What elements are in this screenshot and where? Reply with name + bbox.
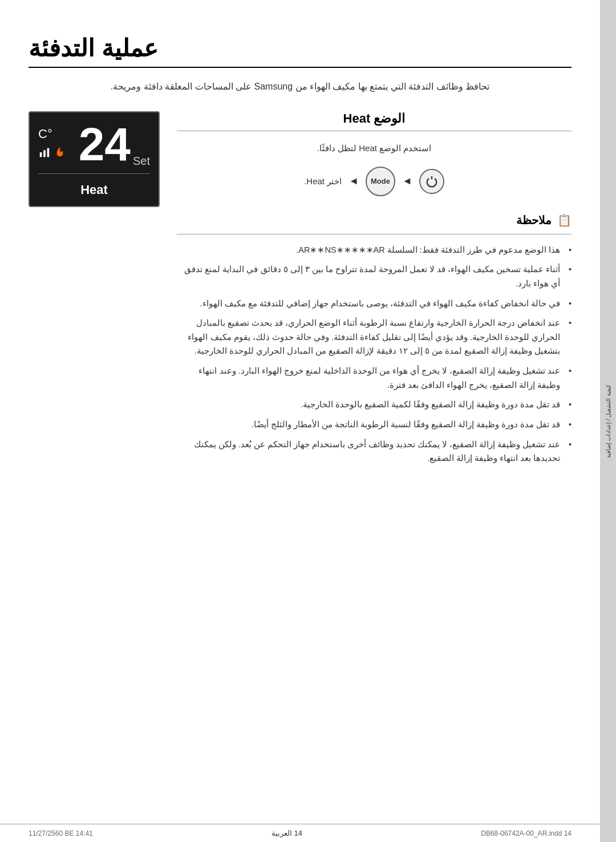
main-content: عملية التدفئة تحافظ وظائف التدفئة التي ي… — [0, 0, 600, 511]
sidebar-label: كيفية التشغيل / إعدادات إضافية — [605, 384, 611, 458]
page-subtitle: تحافظ وظائف التدفئة التي يتمتع بها مكيف … — [29, 79, 572, 94]
footer-file-info: DB68-06742A-00_AR.indd 14 — [481, 829, 572, 837]
svg-rect-0 — [40, 152, 42, 157]
heat-section-divider — [177, 131, 572, 131]
heat-instruction: استخدم الوضع Heat لتظل دافئًا. — [177, 141, 572, 155]
footer: DB68-06742A-00_AR.indd 14 14 العربية 11/… — [0, 824, 600, 842]
celsius-symbol: °C — [38, 127, 52, 141]
note-item-5: عند تشغيل وظيفة إزالة الصقيع، لا يخرج أي… — [177, 364, 572, 392]
bars-icon — [38, 146, 51, 159]
note-title: ملاحظة — [516, 213, 552, 227]
power-button[interactable] — [419, 169, 444, 194]
note-icon: 📋 — [557, 213, 572, 227]
title-divider — [29, 67, 572, 68]
flame-icon — [54, 146, 66, 159]
svg-rect-1 — [43, 150, 46, 157]
note-divider — [177, 234, 572, 234]
mode-button[interactable]: Mode — [366, 167, 395, 196]
display-panel: Set 24 °C — [29, 111, 160, 207]
right-column: Set 24 °C — [29, 111, 160, 471]
note-list: هذا الوضع مدعوم في طرز التدفئة فقط: السل… — [177, 243, 572, 465]
note-item-2: أثناء عملية تسخين مكيف الهواء، قد لا تعم… — [177, 262, 572, 290]
left-column: الوضع Heat استخدم الوضع Heat لتظل دافئًا… — [177, 111, 572, 471]
right-sidebar: كيفية التشغيل / إعدادات إضافية — [600, 0, 616, 842]
select-label: اختر Heat. — [304, 176, 342, 187]
note-item-6: قد تقل مدة دورة وظيفة إزالة الصقيع وفقًا… — [177, 398, 572, 412]
display-mode: Heat — [38, 180, 150, 200]
note-item-8: عند تشغيل وظيفة إزالة الصقيع، لا يمكنك ت… — [177, 438, 572, 465]
arrow-icon-2: ◄ — [402, 175, 412, 187]
note-item-4: عند انخفاض درجة الحرارة الخارجية وارتفاع… — [177, 316, 572, 358]
note-item-3: في حالة انخفاض كفاءة مكيف الهواء في التد… — [177, 297, 572, 311]
arrow-icon: ◄ — [348, 175, 359, 187]
heat-section-heading: الوضع Heat — [177, 111, 572, 126]
footer-timestamp: 11/27/2560 BE 14:41 — [29, 829, 93, 837]
temperature-display: 24 — [79, 121, 131, 168]
note-item-1: هذا الوضع مدعوم في طرز التدفئة فقط: السل… — [177, 243, 572, 257]
note-section: 📋 ملاحظة هذا الوضع مدعوم في طرز التدفئة … — [177, 213, 572, 465]
mode-instruction-row: اختر Heat. ◄ Mode ◄ — [177, 167, 572, 196]
note-item-7: قد تقل مدة دورة وظيفة إزالة الصقيع وفقًا… — [177, 418, 572, 432]
set-label: Set — [133, 155, 150, 168]
display-divider — [38, 173, 150, 174]
two-col-layout: الوضع Heat استخدم الوضع Heat لتظل دافئًا… — [29, 111, 572, 471]
page-title: عملية التدفئة — [29, 23, 572, 62]
footer-page-number: 14 العربية — [271, 829, 302, 837]
page-container: كيفية التشغيل / إعدادات إضافية عملية الت… — [0, 0, 616, 842]
svg-rect-2 — [47, 148, 50, 157]
display-icons-row — [38, 146, 66, 159]
note-header: 📋 ملاحظة — [177, 213, 572, 227]
